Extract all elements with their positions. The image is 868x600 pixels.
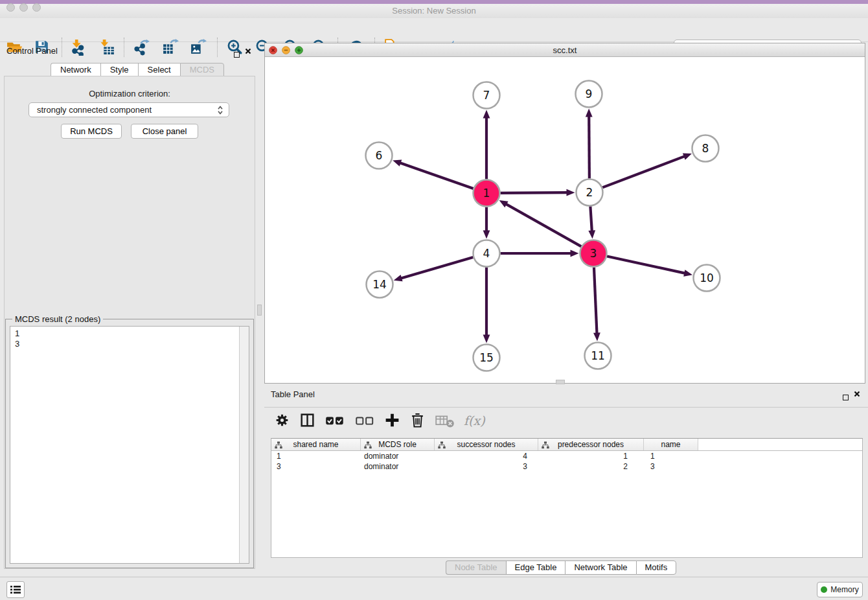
graph-node-label: 4 — [483, 247, 490, 260]
run-mcds-button[interactable]: Run MCDS — [61, 124, 122, 139]
graph-edge[interactable] — [607, 257, 685, 273]
import-table-button[interactable] — [98, 38, 116, 56]
import-network-icon — [69, 38, 86, 56]
tab-network[interactable]: Network — [51, 63, 100, 76]
delete-column-button[interactable] — [409, 411, 426, 429]
graph-node-label: 9 — [586, 87, 593, 100]
export-image-button[interactable] — [189, 38, 207, 56]
cell-mcds-role[interactable]: dominator — [361, 452, 435, 461]
table-panel-tabs: Node Table Edge Table Network Table Moti… — [446, 560, 676, 575]
graph-node-label: 2 — [586, 186, 593, 199]
close-icon — [854, 391, 860, 397]
table-row[interactable]: 3 dominator 3 2 3 — [271, 461, 862, 472]
graph-edge[interactable] — [602, 156, 685, 187]
cell-predecessor-nodes[interactable]: 1 — [538, 452, 644, 461]
graph-edge[interactable] — [594, 267, 597, 334]
show-columns-button[interactable] — [299, 411, 316, 429]
table-header-row: shared name MCDS role successor nodes pr… — [271, 439, 862, 451]
close-window-button[interactable] — [6, 3, 15, 12]
network-canvas[interactable]: 7968124314101511 — [265, 58, 865, 383]
node-table[interactable]: shared name MCDS role successor nodes pr… — [271, 438, 863, 558]
export-network-icon — [133, 38, 150, 56]
graph-edge[interactable] — [400, 257, 473, 279]
cell-shared-name[interactable]: 1 — [271, 452, 361, 461]
tab-motifs[interactable]: Motifs — [636, 560, 677, 575]
control-panel-tabs: Network Style Select MCDS — [51, 63, 224, 76]
cell-predecessor-nodes[interactable]: 2 — [538, 462, 644, 471]
table-panel-title: Table Panel — [271, 389, 315, 399]
memory-button[interactable]: Memory — [817, 582, 863, 597]
graph-edge-arrowhead — [394, 275, 403, 281]
result-scrollbar[interactable] — [239, 327, 249, 563]
function-builder-button: f(x) — [464, 413, 485, 428]
column-header-predecessor-nodes[interactable]: predecessor nodes — [538, 439, 644, 450]
show-panels-button[interactable] — [6, 581, 25, 598]
cell-successor-nodes[interactable]: 4 — [435, 452, 538, 461]
graph-edge[interactable] — [590, 206, 591, 231]
result-line: 1 — [15, 329, 239, 339]
deselect-all-button[interactable] — [354, 411, 376, 429]
tab-network-table[interactable]: Network Table — [565, 560, 635, 575]
column-header-name[interactable]: name — [644, 439, 698, 450]
network-minimize-button[interactable] — [282, 46, 290, 54]
cell-successor-nodes[interactable]: 3 — [435, 462, 538, 471]
zoom-window-button[interactable] — [32, 3, 41, 12]
hierarchy-icon — [364, 441, 372, 449]
tab-mcds[interactable]: MCDS — [180, 63, 224, 76]
graph-edge-arrowhead — [593, 332, 600, 341]
column-header-successor-nodes[interactable]: successor nodes — [435, 439, 538, 450]
table-panel-float-button[interactable] — [843, 391, 849, 403]
graph-node-label: 1 — [483, 187, 490, 200]
cell-mcds-role[interactable]: dominator — [361, 462, 435, 471]
table-settings-button[interactable] — [273, 411, 291, 429]
graph-edge[interactable] — [500, 192, 567, 193]
graph-edge-arrowhead — [566, 189, 575, 196]
import-network-button[interactable] — [69, 38, 86, 56]
network-window: scc.txt 7968124314101511 — [264, 43, 865, 384]
select-stepper-icon — [217, 105, 223, 115]
mcds-result-group: MCDS result (2 nodes) 1 3 — [5, 319, 254, 568]
criterion-select[interactable]: strongly connected component — [29, 102, 229, 117]
control-panel-close-button[interactable] — [245, 48, 251, 54]
graph-edge[interactable] — [589, 115, 589, 178]
network-close-button[interactable] — [269, 46, 277, 54]
table-row[interactable]: 1 dominator 4 1 1 — [271, 451, 862, 461]
memory-label: Memory — [830, 585, 858, 594]
network-graph[interactable]: 7968124314101511 — [265, 58, 865, 383]
vertical-split-handle[interactable] — [257, 305, 262, 316]
hierarchy-icon — [275, 441, 282, 449]
mcds-result-values: 1 3 — [10, 327, 239, 563]
network-window-titlebar[interactable]: scc.txt — [265, 43, 865, 57]
minimize-window-button[interactable] — [19, 3, 28, 12]
close-panel-button[interactable]: Close panel — [131, 124, 198, 139]
tab-edge-table[interactable]: Edge Table — [506, 560, 565, 575]
export-table-button[interactable] — [161, 38, 179, 56]
tab-style[interactable]: Style — [100, 63, 138, 76]
export-network-button[interactable] — [133, 38, 150, 56]
select-all-button[interactable] — [324, 411, 346, 429]
cell-name[interactable]: 1 — [644, 452, 698, 461]
graph-edge[interactable] — [400, 163, 474, 189]
hierarchy-icon — [438, 441, 446, 449]
graph-node-label: 15 — [479, 351, 494, 364]
mcds-result-area[interactable]: 1 3 — [10, 326, 249, 564]
column-header-mcds-role[interactable]: MCDS role — [361, 439, 435, 450]
table-toolbar: f(x) — [264, 407, 868, 433]
toolbar-separator — [217, 38, 218, 57]
graph-edge-arrowhead — [586, 108, 593, 117]
cell-name[interactable]: 3 — [644, 462, 698, 471]
export-image-icon — [189, 38, 207, 56]
graph-edge[interactable] — [505, 203, 581, 246]
horizontal-split-handle[interactable] — [556, 380, 565, 384]
network-zoom-button[interactable] — [295, 46, 303, 54]
control-panel-float-button[interactable] — [234, 49, 240, 60]
trash-icon — [409, 411, 426, 429]
add-column-button[interactable] — [383, 411, 401, 429]
tab-node-table[interactable]: Node Table — [446, 560, 506, 575]
optimization-criterion-label: Optimization criterion: — [0, 89, 259, 98]
tab-select[interactable]: Select — [138, 63, 180, 76]
table-panel-close-button[interactable] — [854, 391, 860, 397]
column-header-shared-name[interactable]: shared name — [271, 439, 361, 450]
cell-shared-name[interactable]: 3 — [271, 462, 361, 471]
columns-icon — [299, 411, 316, 429]
